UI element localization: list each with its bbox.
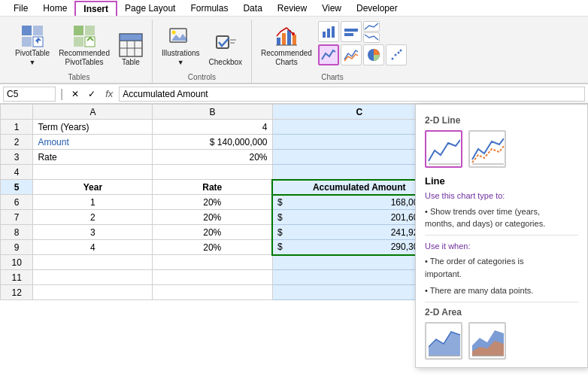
line-chart-title: Line — [425, 175, 578, 187]
ribbon: PivotTable▼ RecommendedPivotTables — [0, 17, 588, 84]
cell-a1[interactable]: Term (Years) — [33, 120, 153, 135]
twod-area-label: 2-D Area — [425, 307, 578, 318]
cell-a11[interactable] — [33, 270, 153, 285]
svg-rect-28 — [332, 26, 335, 38]
svg-point-16 — [172, 31, 176, 35]
recommended-charts-button[interactable]: RecommendedCharts — [258, 23, 315, 68]
table-button[interactable]: Table — [116, 32, 146, 68]
col-header-a[interactable]: A — [33, 105, 153, 120]
svg-rect-4 — [74, 26, 83, 35]
recommended-pivottables-button[interactable]: RecommendedPivotTables — [56, 23, 113, 68]
svg-rect-22 — [287, 30, 291, 45]
line-chart-active-button[interactable] — [318, 44, 339, 65]
cell-b5[interactable]: Rate — [153, 180, 272, 195]
svg-rect-6 — [74, 37, 83, 47]
svg-rect-23 — [292, 35, 296, 45]
cell-a4[interactable] — [33, 165, 153, 180]
cell-a12[interactable] — [33, 285, 153, 300]
menu-bar: File Home Insert Page Layout Formulas Da… — [0, 0, 588, 17]
row-header-2: 2 — [1, 135, 33, 150]
cell-b12[interactable] — [153, 285, 272, 300]
cell-b3[interactable]: 20% — [153, 150, 272, 165]
line-chart-mini-up[interactable] — [363, 21, 380, 32]
cell-a6[interactable]: 1 — [33, 195, 153, 210]
cell-b7[interactable]: 20% — [153, 210, 272, 225]
formula-input[interactable]: Accumulated Amount — [119, 87, 585, 102]
col-header-b[interactable]: B — [153, 105, 272, 120]
menu-view[interactable]: View — [314, 2, 349, 15]
cell-b4[interactable] — [153, 165, 272, 180]
cell-a7[interactable]: 2 — [33, 210, 153, 225]
svg-marker-38 — [429, 332, 460, 356]
use-it-when-label: Use it when: — [425, 240, 578, 253]
line-chart-option-1[interactable] — [425, 130, 462, 168]
svg-rect-26 — [323, 32, 326, 38]
controls-group-label: Controls — [188, 73, 216, 83]
row-header-3: 3 — [1, 150, 33, 165]
area-chart-option-2[interactable] — [468, 322, 506, 360]
formula-bar: | ✕ ✓ fx Accumulated Amount — [0, 84, 588, 104]
cell-reference-input[interactable] — [3, 87, 56, 102]
cell-b11[interactable] — [153, 270, 272, 285]
svg-rect-21 — [282, 33, 286, 45]
cell-a10[interactable] — [33, 255, 153, 270]
row-header-11: 11 — [1, 270, 33, 285]
menu-home[interactable]: Home — [35, 2, 74, 15]
cancel-icon[interactable]: ✕ — [68, 87, 83, 102]
line-chart-option-2[interactable] — [468, 130, 506, 168]
cell-b9[interactable]: 20% — [153, 240, 272, 255]
chart-type-panel: 2-D Line Line Use this chart type to: • … — [415, 104, 588, 368]
cell-a2[interactable]: Amount — [33, 135, 153, 150]
confirm-icon[interactable]: ✓ — [84, 87, 99, 102]
row-header-6: 6 — [1, 195, 33, 210]
pivot-table-button[interactable]: PivotTable▼ — [12, 23, 53, 68]
cell-a9[interactable]: 4 — [33, 240, 153, 255]
ribbon-group-charts: RecommendedCharts — [252, 20, 413, 83]
pie-chart-button[interactable] — [363, 44, 384, 65]
chart-options-area — [425, 322, 578, 360]
menu-developer[interactable]: Developer — [349, 2, 405, 15]
row-header-7: 7 — [1, 210, 33, 225]
cell-a3[interactable]: Rate — [33, 150, 153, 165]
bar-chart-button[interactable] — [318, 21, 339, 42]
menu-file[interactable]: File — [6, 2, 35, 15]
menu-page-layout[interactable]: Page Layout — [117, 2, 183, 15]
illustrations-icon — [168, 24, 192, 48]
recommended-charts-icon — [274, 24, 299, 48]
cell-b8[interactable]: 20% — [153, 225, 272, 240]
cell-a8[interactable]: 3 — [33, 225, 153, 240]
fx-label: fx — [105, 88, 113, 99]
bar-chart-button2[interactable] — [341, 21, 362, 42]
line-chart-button2[interactable] — [341, 44, 362, 65]
panel-divider-2 — [425, 302, 578, 302]
formula-bar-separator: | — [60, 87, 63, 101]
checkbox-icon — [214, 33, 238, 57]
cell-b6[interactable]: 20% — [153, 195, 272, 210]
cell-b1[interactable]: 4 — [153, 120, 272, 135]
ribbon-group-tables: PivotTable▼ RecommendedPivotTables — [6, 20, 153, 83]
menu-data[interactable]: Data — [235, 2, 269, 15]
area-chart-option-1[interactable] — [425, 322, 462, 360]
row-header-4: 4 — [1, 165, 33, 180]
checkbox-label: Checkbox — [209, 58, 242, 67]
svg-rect-5 — [85, 26, 95, 35]
menu-insert[interactable]: Insert — [74, 1, 117, 16]
svg-rect-30 — [344, 33, 353, 36]
row-header-5: 5 — [1, 180, 33, 195]
row-header-9: 9 — [1, 240, 33, 255]
menu-review[interactable]: Review — [270, 2, 314, 15]
menu-formulas[interactable]: Formulas — [183, 2, 235, 15]
chart-options-line — [425, 130, 578, 168]
cell-a5[interactable]: Year — [33, 180, 153, 195]
row-header-1: 1 — [1, 120, 33, 135]
cell-b10[interactable] — [153, 255, 272, 270]
use-it-when-bullet-2: • There are many data points. — [425, 284, 578, 297]
line-chart-mini-down[interactable] — [363, 32, 380, 43]
checkbox-button[interactable]: Checkbox — [206, 32, 245, 68]
tables-group-label: Tables — [68, 73, 90, 83]
col-header-row — [1, 105, 33, 120]
scatter-chart-button[interactable] — [386, 44, 407, 65]
cell-b2[interactable]: $ 140,000,000 — [153, 135, 272, 150]
illustrations-button[interactable]: Illustrations▼ — [159, 23, 203, 68]
illustrations-label: Illustrations▼ — [162, 49, 200, 67]
